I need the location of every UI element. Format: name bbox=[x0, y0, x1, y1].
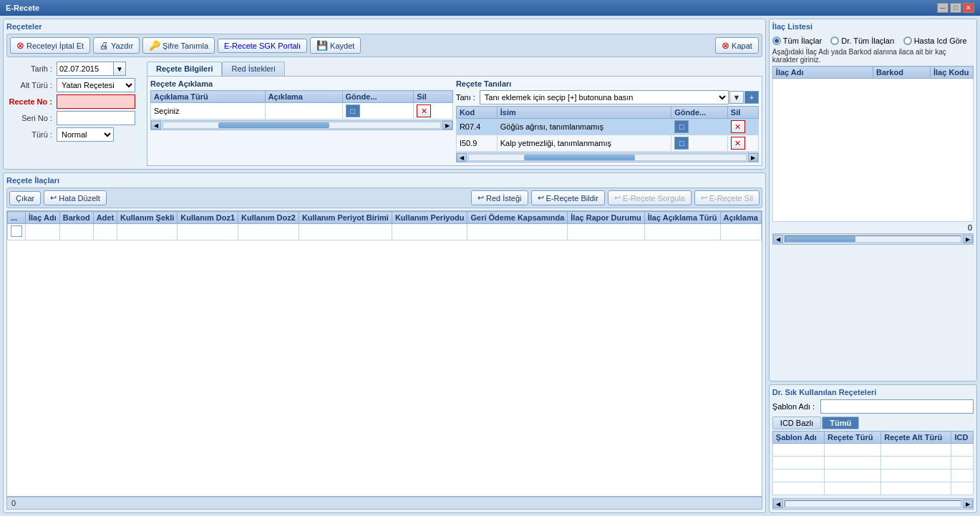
recete-tanlari-title: Reçete Tanıları bbox=[456, 79, 759, 88]
cell-empty4 bbox=[951, 444, 974, 457]
cell-empty7 bbox=[881, 457, 951, 469]
aciklama-scrollbar[interactable]: ◀ ▶ bbox=[150, 120, 453, 130]
cell-doz1 bbox=[178, 224, 238, 240]
radio-hasta-icd[interactable]: Hasta Icd Göre bbox=[903, 36, 967, 45]
col-ilac-adi-header: İlaç Adı bbox=[772, 67, 873, 79]
scroll-left3[interactable]: ◀ bbox=[773, 500, 783, 508]
turu-select[interactable]: Normal bbox=[57, 127, 114, 142]
sablon-input[interactable] bbox=[820, 399, 974, 414]
ilac-col-0: ... bbox=[8, 212, 26, 224]
cell-sil-1[interactable]: ✕ bbox=[727, 135, 758, 152]
tani-select[interactable]: Tanı eklemek için seçip [+] butonuna bas… bbox=[480, 90, 729, 104]
cell-gonde-1[interactable]: □ bbox=[671, 135, 728, 152]
cell-sil-0[interactable]: ✕ bbox=[727, 119, 758, 135]
tarih-input[interactable] bbox=[57, 62, 114, 76]
tanlari-scroll-left[interactable]: ◀ bbox=[457, 153, 467, 162]
cell-gonde-btn[interactable]: □ bbox=[342, 103, 414, 120]
title-bar: E-Recete ─ □ ✕ bbox=[0, 0, 980, 16]
scroll-right2[interactable]: ▶ bbox=[963, 235, 973, 243]
gonde-icon[interactable]: □ bbox=[346, 104, 360, 117]
save-icon: 💾 bbox=[316, 40, 328, 51]
cell-checkbox[interactable] bbox=[8, 224, 26, 240]
tab-red-istekleri[interactable]: Red İstekleri bbox=[222, 62, 284, 76]
scroll-right3[interactable]: ▶ bbox=[963, 500, 973, 508]
scroll-right-arrow[interactable]: ▶ bbox=[442, 121, 452, 130]
cell-aciklama2 bbox=[720, 224, 761, 240]
scroll-left-arrow[interactable]: ◀ bbox=[151, 121, 161, 130]
col-sablon-adi: Şablon Adı bbox=[772, 432, 824, 444]
sablon-scrollbar[interactable]: ◀ ▶ bbox=[772, 498, 974, 510]
bildir-icon: ↩ bbox=[538, 193, 544, 203]
radio-tum-ilaclar[interactable]: Tüm İlaçlar bbox=[772, 36, 822, 45]
seri-no-input[interactable] bbox=[57, 111, 135, 125]
e-recete-bildir-button[interactable]: ↩ E-Reçete Bildir bbox=[531, 190, 605, 205]
radio-tum-label: Tüm İlaçlar bbox=[783, 36, 822, 45]
cell-empty9 bbox=[772, 469, 824, 482]
ilac-count-right: 0 bbox=[772, 222, 974, 233]
radio-dr-icon bbox=[830, 36, 839, 45]
window-close-button[interactable]: ✕ bbox=[963, 3, 974, 13]
recete-aciklama-section: Reçete Açıklama Açıklama Türü Açıklama G… bbox=[150, 79, 453, 162]
radio-dr-tum[interactable]: Dr. Tüm İlaçları bbox=[830, 36, 894, 45]
hata-duzelt-button[interactable]: ↩ Hata Düzelt bbox=[44, 190, 106, 205]
ilac-col-12: Açıklama bbox=[720, 212, 761, 224]
recete-no-input[interactable] bbox=[57, 94, 135, 109]
tani-label: Tanı : bbox=[456, 93, 475, 102]
col-barkod-header: Barkod bbox=[873, 67, 931, 79]
col-icd: ICD bbox=[951, 432, 974, 444]
cell-geri-odeme bbox=[467, 224, 568, 240]
sil-btn-1[interactable]: ✕ bbox=[731, 137, 745, 150]
sablon-table: Şablon Adı Reçete Türü Reçete Alt Türü I… bbox=[772, 431, 974, 495]
main-toolbar: ⊗ Receteyi İptal Et 🖨 Yazdır 🔑 Şifre Tan… bbox=[6, 34, 762, 57]
maximize-button[interactable]: □ bbox=[950, 3, 961, 13]
empty-cell bbox=[772, 79, 973, 222]
cikar-button[interactable]: Çıkar bbox=[9, 191, 41, 205]
gonde-btn-0[interactable]: □ bbox=[674, 120, 689, 133]
save-button[interactable]: 💾 Kaydet bbox=[310, 37, 361, 54]
cell-aciklama-empty bbox=[265, 103, 342, 120]
cancel-button[interactable]: ⊗ Receteyi İptal Et bbox=[10, 37, 90, 54]
row-checkbox[interactable] bbox=[11, 225, 22, 237]
col-sil2: Sil bbox=[727, 107, 758, 119]
ilac-col-4: Kullanım Şekli bbox=[117, 212, 178, 224]
sil-icon[interactable]: ✕ bbox=[417, 104, 431, 117]
cell-gonde-0[interactable]: □ bbox=[671, 119, 728, 135]
scroll-left2[interactable]: ◀ bbox=[773, 235, 783, 243]
cell-empty15 bbox=[881, 482, 951, 495]
e-recete-sil-button[interactable]: ↩ E-Reçete Sil bbox=[694, 190, 760, 205]
red-istegi-button[interactable]: ↩ Red İsteği bbox=[471, 190, 528, 205]
cancel-icon: ⊗ bbox=[16, 40, 24, 51]
tani-add-button[interactable]: + bbox=[744, 91, 759, 104]
tanlari-scroll-right[interactable]: ▶ bbox=[748, 153, 758, 162]
ilac-listesi-scrollbar[interactable]: ◀ ▶ bbox=[772, 233, 974, 245]
table-row bbox=[8, 224, 762, 240]
close-button[interactable]: ⊗ Kapat bbox=[715, 37, 759, 54]
left-panel: Reçeteler ⊗ Receteyi İptal Et 🖨 Yazdır 🔑… bbox=[3, 19, 766, 513]
alt-turu-select[interactable]: Yatan Reçetesi bbox=[57, 78, 135, 92]
tanlari-scrollbar[interactable]: ◀ ▶ bbox=[456, 152, 759, 162]
search-hint: Aşağıdaki İlaç Adı yada Barkod alanına i… bbox=[772, 48, 974, 64]
ilac-col-10: İlaç Rapor Durumu bbox=[568, 212, 644, 224]
tani-dropdown-arrow[interactable]: ▼ bbox=[729, 91, 744, 104]
col-aciklama: Açıklama bbox=[265, 91, 342, 103]
sil-btn-0[interactable]: ✕ bbox=[731, 120, 745, 133]
scrollbar-thumb bbox=[218, 122, 329, 128]
tab-icd-bazli[interactable]: ICD Bazlı bbox=[772, 417, 821, 429]
print-button[interactable]: 🖨 Yazdır bbox=[93, 37, 140, 54]
minimize-button[interactable]: ─ bbox=[937, 3, 949, 13]
cell-sil-btn[interactable]: ✕ bbox=[414, 103, 453, 120]
gonde-btn-1[interactable]: □ bbox=[674, 137, 689, 150]
sablon-label: Şablon Adı : bbox=[772, 402, 815, 411]
portal-button[interactable]: E-Recete SGK Portalı bbox=[218, 39, 307, 53]
tab-tumu[interactable]: Tümü bbox=[822, 417, 859, 429]
cell-doz2 bbox=[238, 224, 299, 240]
cell-empty12 bbox=[951, 469, 974, 482]
recete-aciklama-title: Reçete Açıklama bbox=[150, 79, 453, 88]
tarih-calendar-button[interactable]: ▼ bbox=[114, 62, 126, 76]
cipher-button[interactable]: 🔑 Şifre Tanımla bbox=[142, 37, 215, 54]
tarih-row: Tarih : ▼ bbox=[6, 62, 135, 76]
e-recete-sorgula-button[interactable]: ↩ E-Reçete Sorgula bbox=[608, 190, 692, 205]
radio-dr-label: Dr. Tüm İlaçları bbox=[841, 36, 894, 45]
tab-recete-bilgileri[interactable]: Reçete Bilgileri bbox=[147, 62, 222, 76]
col-recete-turu: Reçete Türü bbox=[824, 432, 880, 444]
